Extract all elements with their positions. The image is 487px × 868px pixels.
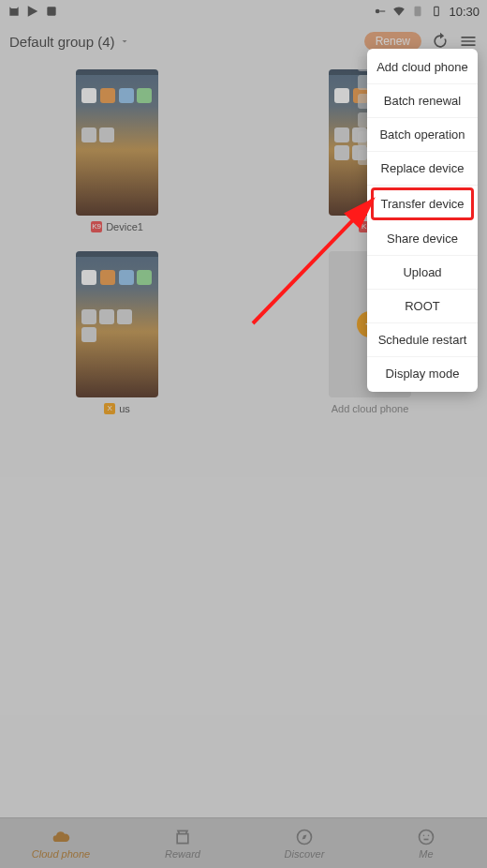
dropdown-item[interactable]: Transfer device (371, 187, 474, 220)
dropdown-item[interactable]: Display mode (367, 357, 478, 390)
dropdown-item[interactable]: ROOT (367, 290, 478, 323)
dropdown-item[interactable]: Replace device (367, 152, 478, 186)
dropdown-item[interactable]: Batch renewal (367, 84, 478, 118)
dropdown-item[interactable]: Upload (367, 256, 478, 290)
dropdown-item[interactable]: Share device (367, 222, 478, 256)
dropdown-menu: Add cloud phoneBatch renewalBatch operat… (367, 49, 478, 392)
dropdown-item[interactable]: Batch operation (367, 118, 478, 152)
dropdown-item[interactable]: Schedule restart (367, 323, 478, 357)
dropdown-item[interactable]: Add cloud phone (367, 51, 478, 84)
bottom-nav-overlay (0, 817, 487, 868)
